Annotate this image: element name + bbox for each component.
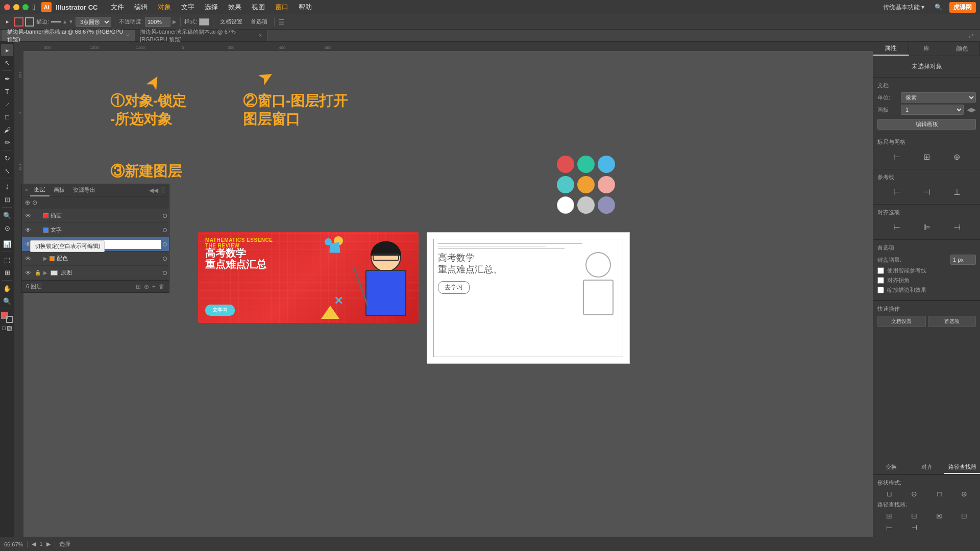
swatch-white[interactable] — [557, 196, 574, 214]
align-left-icon[interactable]: ⊢ — [892, 221, 901, 233]
menu-view[interactable]: 视图 — [247, 0, 270, 14]
align-tab[interactable]: 对齐 — [909, 461, 945, 474]
guide-icon-1[interactable]: ⊢ — [892, 186, 901, 198]
ruler-icon[interactable]: ⊢ — [892, 151, 901, 163]
layers-menu-icon[interactable]: ☰ — [160, 187, 166, 194]
layer-expand-yuantu[interactable]: ▶ — [43, 270, 47, 276]
menu-window[interactable]: 窗口 — [270, 0, 293, 14]
panel-toggle-icon[interactable]: ☰ — [278, 18, 285, 26]
swatch-purple-gray[interactable] — [598, 196, 615, 214]
layer-row-wenzi[interactable]: 👁 文字 — [22, 223, 169, 237]
swatch-gray[interactable] — [577, 196, 595, 214]
pencil-tool[interactable]: ✏ — [1, 136, 13, 148]
align-right-icon[interactable]: ⊣ — [952, 221, 962, 233]
tab-1[interactable]: 描边风-banner演示稿.ai @ 66.67% (RGB/GPU 预览) × — [2, 30, 135, 41]
apple-menu[interactable]:  — [33, 3, 35, 11]
select-tool[interactable]: ▸ — [1, 44, 13, 56]
outline-icon[interactable]: ⊢ — [877, 522, 901, 533]
swatch-peach[interactable] — [598, 176, 615, 193]
canvas-content[interactable]: ①对象-锁定 -所选对象 ➤ ②窗口-图层打开 图层窗口 ➤ ③新建图层 ➤ — [23, 51, 873, 537]
rp-tab-library[interactable]: 库 — [909, 42, 945, 56]
stroke-color[interactable] — [25, 17, 34, 27]
menu-search-icon[interactable]: 🔍 — [932, 4, 945, 11]
tab-2[interactable]: 描边风-banner演示稿的副本.ai @ 67% [RGB/GPU 预览] × — [135, 30, 267, 41]
layer-make-clipping-icon[interactable]: ⊞ — [136, 283, 141, 290]
snap-icon[interactable]: ⊕ — [952, 151, 961, 163]
artboard-tool[interactable]: ⬚ — [1, 254, 13, 266]
grid-icon[interactable]: ⊞ — [922, 151, 931, 163]
exclude-icon[interactable]: ⊕ — [952, 489, 976, 499]
menu-effect[interactable]: 效果 — [223, 0, 247, 14]
opacity-arrow[interactable]: ▶ — [173, 19, 177, 24]
crop-icon[interactable]: ⊡ — [952, 511, 976, 521]
artboard-nav-prev[interactable]: ◀ — [32, 541, 36, 547]
guide-icon-2[interactable]: ⊣ — [922, 186, 932, 198]
selection-tool-btn[interactable]: ▸ — [3, 17, 12, 26]
tab-2-close[interactable]: × — [259, 33, 262, 38]
doc-settings-quick-btn[interactable]: 文档设置 — [877, 316, 926, 327]
layer-lock-yuantu[interactable]: 🔒 — [34, 269, 41, 277]
smart-guides-checkbox[interactable] — [877, 267, 884, 274]
rp-tab-color[interactable]: 颜色 — [944, 42, 980, 56]
layer-vis-chuhua[interactable]: 👁 — [24, 212, 32, 220]
unite-icon[interactable]: ⊔ — [877, 489, 901, 499]
layer-lock-peise[interactable] — [34, 255, 41, 262]
align-center-icon[interactable]: ⊫ — [922, 221, 932, 233]
minus-back-icon[interactable]: ⊣ — [902, 522, 926, 533]
free-transform-tool[interactable]: ⊡ — [1, 193, 13, 206]
menu-file[interactable]: 文件 — [106, 0, 129, 14]
layer-row-chuhua[interactable]: 👁 插画 — [22, 209, 169, 223]
hand-tool[interactable]: ✋ — [1, 282, 13, 294]
artboard-arrows[interactable]: ◀▶ — [967, 106, 976, 113]
prefs-btn[interactable]: 首选项 — [248, 17, 271, 27]
layers-collapse-icon[interactable]: ◀◀ — [149, 187, 158, 194]
tab-1-close[interactable]: × — [126, 33, 129, 38]
layer-lock-editing[interactable] — [34, 241, 41, 248]
warp-tool[interactable]: ⤸ — [1, 181, 13, 193]
menu-object[interactable]: 对象 — [153, 0, 176, 14]
layer-vis-wenzi[interactable]: 👁 — [24, 226, 32, 234]
color-icon[interactable]: □ — [2, 324, 6, 332]
layer-target-editing[interactable] — [163, 242, 167, 246]
layers-tab-export[interactable]: 资源导出 — [69, 184, 100, 196]
layer-vis-editing[interactable]: 👁 — [24, 240, 32, 248]
direct-select-tool[interactable]: ↖ — [1, 57, 13, 69]
layers-panel-close[interactable]: × — [25, 187, 28, 193]
guide-icon-3[interactable]: ⊥ — [952, 186, 962, 198]
snap-effects-checkbox[interactable] — [877, 287, 884, 293]
artboard-nav-next[interactable]: ▶ — [46, 541, 51, 547]
layer-name-input-editing[interactable] — [51, 240, 161, 249]
gradient-icon[interactable]: ▧ — [7, 324, 12, 332]
panel-arrange-icon[interactable]: ⇄ — [969, 32, 974, 39]
minimize-button[interactable] — [13, 4, 19, 10]
layer-row-yuantu[interactable]: 👁 🔒 ▶ 原图 — [22, 266, 169, 280]
layer-new-sublayer-icon[interactable]: ⊕ — [144, 283, 149, 290]
transform-tab[interactable]: 变换 — [873, 461, 909, 474]
fill-stroke-selector[interactable] — [1, 312, 13, 323]
menu-edit[interactable]: 编辑 — [129, 0, 153, 14]
menu-select[interactable]: 选择 — [200, 0, 223, 14]
layer-delete-icon[interactable]: 🗑 — [159, 283, 165, 290]
edit-artboard-btn[interactable]: 编辑画板 — [877, 119, 976, 130]
layer-target-wenzi[interactable] — [163, 228, 167, 232]
swatch-blue[interactable] — [598, 156, 615, 173]
layers-ctrl-icon2[interactable]: ⊙ — [32, 199, 37, 206]
layer-new-layer-icon[interactable]: + — [152, 283, 156, 290]
swatch-red[interactable] — [557, 156, 574, 173]
swatch-light-blue[interactable] — [557, 176, 574, 193]
scale-tool[interactable]: ⤡ — [1, 165, 13, 177]
stroke-up-icon[interactable]: ▲ — [62, 19, 67, 24]
layer-row-peise[interactable]: 👁 ▶ 配色 — [22, 252, 169, 266]
type-tool[interactable]: T — [1, 85, 13, 97]
rect-tool[interactable]: □ — [1, 111, 13, 123]
zoom-tool[interactable]: 🔍 — [1, 295, 13, 307]
eyedropper-tool[interactable]: 🔍 — [1, 209, 13, 221]
keyboard-increment-input[interactable] — [950, 255, 976, 265]
stroke-type-select[interactable]: 3点圆形 — [76, 17, 111, 27]
rotate-tool[interactable]: ↻ — [1, 152, 13, 164]
layer-expand-peise[interactable]: ▶ — [43, 256, 47, 261]
layer-lock-wenzi[interactable] — [34, 227, 41, 234]
layer-vis-peise[interactable]: 👁 — [24, 255, 32, 263]
graph-tool[interactable]: 📊 — [1, 238, 13, 250]
fill-color[interactable] — [14, 17, 23, 27]
